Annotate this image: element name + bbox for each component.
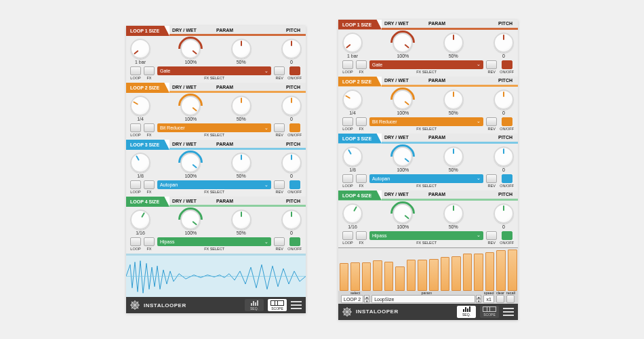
onoff-button[interactable] (289, 66, 300, 75)
pitch-knob[interactable] (281, 153, 302, 173)
onoff-button[interactable] (502, 174, 512, 183)
seq-step[interactable] (340, 263, 349, 290)
fx-select-dropdown[interactable]: Gate⌄ (369, 60, 483, 69)
loop-size-knob[interactable] (130, 153, 150, 173)
onoff-button[interactable] (289, 123, 300, 132)
fx-button[interactable] (356, 60, 367, 69)
loop-size-knob[interactable] (130, 96, 150, 116)
onoff-button[interactable] (289, 237, 300, 246)
seq-step[interactable] (395, 266, 405, 290)
loop-button[interactable] (130, 66, 141, 75)
pitch-knob[interactable] (281, 210, 302, 230)
loop-button[interactable] (342, 117, 353, 126)
rev-button[interactable] (274, 237, 285, 246)
drywet-knob[interactable] (393, 146, 413, 167)
loop-size-knob[interactable] (130, 210, 150, 230)
param-knob[interactable] (443, 146, 464, 167)
drywet-knob[interactable] (180, 210, 201, 230)
seq-step[interactable] (496, 250, 506, 290)
param-knob[interactable] (443, 89, 464, 110)
menu-icon[interactable] (503, 308, 514, 316)
sequencer-display[interactable] (338, 247, 518, 291)
seq-recall-button[interactable] (506, 295, 515, 303)
param-knob[interactable] (443, 203, 464, 224)
fx-select-dropdown[interactable]: Hipass⌄ (157, 237, 271, 246)
loop-button[interactable] (342, 231, 353, 240)
param-knob[interactable] (231, 153, 251, 173)
fx-button[interactable] (144, 66, 155, 75)
fx-button[interactable] (144, 237, 155, 246)
rev-button[interactable] (274, 180, 285, 189)
drywet-knob[interactable] (180, 96, 201, 116)
seq-step[interactable] (485, 252, 495, 291)
onoff-button[interactable] (502, 117, 512, 126)
drywet-knob[interactable] (180, 153, 201, 173)
drywet-knob[interactable] (180, 39, 201, 59)
fx-select-dropdown[interactable]: Bit Reducer⌄ (157, 123, 271, 132)
pitch-knob[interactable] (281, 39, 302, 59)
fx-select-dropdown[interactable]: Bit Reducer⌄ (369, 117, 483, 126)
fx-button[interactable] (356, 231, 367, 240)
seq-step[interactable] (463, 254, 472, 290)
loop-button[interactable] (342, 174, 353, 183)
rev-button[interactable] (486, 117, 497, 126)
seq-select-field[interactable]: LOOP 2 (341, 295, 363, 303)
onoff-button[interactable] (502, 60, 512, 69)
seq-clear-button[interactable] (496, 295, 504, 303)
seq-speed-field[interactable]: x1 (483, 295, 494, 303)
param-knob[interactable] (443, 33, 464, 53)
loop-button[interactable] (130, 123, 141, 132)
seq-step[interactable] (429, 259, 439, 291)
seq-select-stepper[interactable]: ▴▾ (364, 295, 369, 303)
seq-mode-button[interactable]: SEQ. (245, 299, 264, 311)
rev-button[interactable] (486, 174, 497, 183)
rev-button[interactable] (274, 123, 285, 132)
fx-select-dropdown[interactable]: Gate⌄ (157, 66, 271, 75)
loop-size-knob[interactable] (342, 146, 363, 167)
param-knob[interactable] (231, 96, 251, 116)
menu-icon[interactable] (291, 301, 302, 309)
pitch-knob[interactable] (494, 203, 514, 224)
scope-mode-button[interactable]: SCOPE (480, 306, 499, 318)
loop-size-knob[interactable] (342, 33, 363, 53)
pitch-knob[interactable] (494, 33, 514, 53)
seq-step[interactable] (373, 260, 382, 290)
rev-button[interactable] (486, 60, 497, 69)
loop-size-knob[interactable] (342, 89, 363, 110)
seq-step[interactable] (418, 260, 427, 290)
seq-step[interactable] (384, 262, 394, 291)
fx-button[interactable] (144, 123, 155, 132)
fx-select-dropdown[interactable]: Autopan⌄ (369, 174, 483, 183)
seq-step[interactable] (441, 257, 450, 290)
onoff-button[interactable] (289, 180, 300, 189)
fx-select-dropdown[interactable]: Hipass⌄ (369, 231, 483, 240)
pitch-knob[interactable] (494, 89, 514, 110)
seq-step[interactable] (451, 256, 461, 290)
seq-param-stepper[interactable]: ▴▾ (476, 295, 481, 303)
fx-button[interactable] (356, 117, 367, 126)
onoff-button[interactable] (502, 231, 512, 240)
param-knob[interactable] (231, 210, 251, 230)
drywet-knob[interactable] (393, 89, 413, 110)
pitch-knob[interactable] (494, 146, 514, 167)
loop-size-knob[interactable] (130, 39, 150, 59)
drywet-knob[interactable] (393, 33, 413, 53)
rev-button[interactable] (274, 66, 285, 75)
seq-step[interactable] (508, 250, 517, 290)
seq-step[interactable] (474, 254, 483, 290)
seq-step[interactable] (350, 262, 360, 291)
fx-select-dropdown[interactable]: Autopan⌄ (157, 180, 271, 189)
seq-step[interactable] (407, 260, 416, 290)
scope-mode-button[interactable]: SCOPE (268, 299, 287, 311)
loop-button[interactable] (342, 60, 353, 69)
fx-button[interactable] (144, 180, 155, 189)
rev-button[interactable] (486, 231, 497, 240)
seq-param-field[interactable]: LoopSize (371, 295, 475, 303)
seq-step[interactable] (362, 262, 371, 291)
loop-button[interactable] (130, 180, 141, 189)
fx-button[interactable] (356, 174, 367, 183)
param-knob[interactable] (231, 39, 251, 59)
loop-button[interactable] (130, 237, 141, 246)
loop-size-knob[interactable] (342, 203, 363, 224)
seq-mode-button[interactable]: SEQ. (457, 306, 476, 318)
